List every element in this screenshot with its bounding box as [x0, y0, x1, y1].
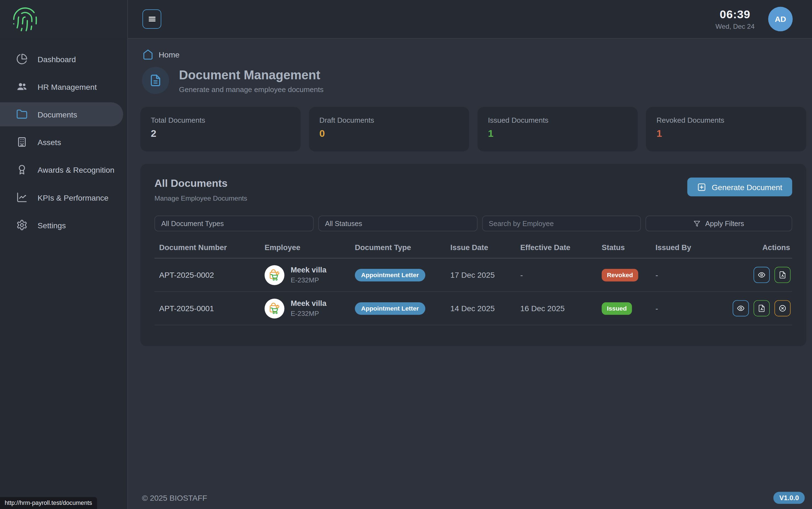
table-header-row: Document Number Employee Document Type I… — [154, 243, 792, 258]
topbar: 06:39 Wed, Dec 24 AD — [128, 0, 812, 39]
effective-date: - — [516, 271, 597, 279]
sidebar-item-settings[interactable]: Settings — [0, 213, 127, 237]
sidebar-item-kpis[interactable]: KPIs & Performance — [0, 185, 127, 209]
stats-row: Total Documents 2 Draft Documents 0 Issu… — [140, 107, 806, 151]
page-content: Home Document Management Generate and ma… — [128, 39, 812, 509]
col-header-document-type: Document Type — [350, 243, 446, 251]
pdf-file-icon — [779, 271, 786, 279]
download-pdf-button[interactable] — [753, 300, 770, 316]
app-window: Dashboard HR Management Documents Assets — [0, 0, 812, 509]
sidebar-item-assets[interactable]: Assets — [0, 130, 127, 154]
clock-date: Wed, Dec 24 — [715, 22, 755, 30]
issued-by: - — [651, 271, 726, 279]
document-page-icon — [142, 67, 169, 94]
generate-document-button[interactable]: Generate Document — [687, 177, 792, 196]
employee-info: Meek villa E-232MP — [291, 299, 326, 317]
employee-id: E-232MP — [291, 276, 326, 284]
col-header-actions: Actions — [726, 243, 792, 251]
sidebar-item-dashboard[interactable]: Dashboard — [0, 47, 127, 71]
revoke-document-button[interactable] — [774, 300, 791, 316]
sidebar-item-hr-management[interactable]: HR Management — [0, 75, 127, 99]
stat-label: Draft Documents — [319, 116, 458, 124]
link-preview-status-bar: http://hrm-payroll.test/documents — [0, 497, 97, 509]
stat-value: 1 — [488, 128, 627, 140]
topbar-right: 06:39 Wed, Dec 24 AD — [715, 7, 793, 32]
stat-value: 0 — [319, 128, 458, 140]
sidebar-item-label: Awards & Recognition — [38, 165, 114, 174]
actions-cell — [726, 300, 792, 316]
employee-avatar-cart-icon — [265, 265, 285, 285]
filters-row: All Document Types All Statuses Apply Fi… — [154, 215, 792, 231]
main-column: 06:39 Wed, Dec 24 AD Home Document Manag… — [128, 0, 812, 509]
stat-label: Issued Documents — [488, 116, 627, 124]
fingerprint-logo-icon — [11, 5, 39, 33]
document-number: APT-2025-0002 — [154, 271, 260, 279]
sidebar-item-label: Dashboard — [38, 55, 76, 63]
apply-filters-button[interactable]: Apply Filters — [646, 215, 792, 231]
sidebar-item-label: Documents — [38, 110, 77, 119]
document-number: APT-2025-0001 — [154, 304, 260, 313]
panel-header-text: All Documents Manage Employee Documents — [154, 177, 247, 202]
employee-name: Meek villa — [291, 299, 326, 308]
actions-cell — [726, 267, 792, 283]
sidebar-item-documents[interactable]: Documents — [0, 102, 123, 126]
view-document-button[interactable] — [733, 300, 749, 316]
line-chart-icon — [16, 192, 28, 203]
employee-info: Meek villa E-232MP — [291, 266, 326, 284]
employee-cell: Meek villa E-232MP — [260, 265, 350, 285]
status-cell: Revoked — [597, 269, 651, 281]
sidebar-toggle-button[interactable] — [143, 9, 161, 29]
all-documents-panel: All Documents Manage Employee Documents … — [140, 164, 806, 346]
stat-card-revoked: Revoked Documents 1 — [646, 107, 806, 151]
table-row: APT-2025-0001 Meek villa E-232MP Appoint… — [154, 292, 792, 325]
status-badge: Revoked — [602, 269, 638, 281]
page-header: Document Management Generate and manage … — [140, 67, 806, 94]
employee-avatar-cart-icon — [265, 299, 285, 318]
filter-funnel-icon — [694, 220, 701, 227]
col-header-employee: Employee — [260, 243, 350, 251]
clock-time: 06:39 — [715, 8, 755, 21]
col-header-document-number: Document Number — [154, 243, 260, 251]
sidebar-item-label: HR Management — [38, 82, 97, 91]
clock: 06:39 Wed, Dec 24 — [715, 8, 755, 30]
document-type-select[interactable]: All Document Types — [154, 215, 313, 231]
document-type-cell: Appointment Letter — [350, 302, 446, 314]
hamburger-icon — [147, 15, 156, 24]
employee-search-input[interactable] — [482, 215, 641, 231]
table-row: APT-2025-0002 Meek villa E-232MP Appoint… — [154, 258, 792, 292]
user-avatar[interactable]: AD — [768, 7, 793, 32]
effective-date: 16 Dec 2025 — [516, 304, 597, 313]
breadcrumb-home[interactable]: Home — [158, 50, 180, 59]
sidebar-item-label: KPIs & Performance — [38, 193, 109, 202]
version-badge: V1.0.0 — [774, 492, 805, 504]
panel-header: All Documents Manage Employee Documents … — [154, 177, 792, 202]
sidebar-item-label: Settings — [38, 220, 66, 229]
footer: © 2025 BIOSTAFF V1.0.0 — [140, 492, 806, 509]
stat-card-total: Total Documents 2 — [140, 107, 300, 151]
breadcrumb: Home — [140, 49, 806, 60]
logo-area — [0, 0, 127, 39]
col-header-status: Status — [597, 243, 651, 251]
plus-square-icon — [697, 182, 706, 191]
pie-chart-icon — [16, 53, 28, 65]
x-circle-icon — [779, 305, 786, 312]
view-document-button[interactable] — [753, 267, 770, 283]
users-icon — [16, 81, 28, 93]
status-select[interactable]: All Statuses — [318, 215, 477, 231]
sidebar-item-awards[interactable]: Awards & Recognition — [0, 158, 127, 182]
document-type-badge: Appointment Letter — [355, 302, 425, 314]
folder-icon — [16, 109, 28, 120]
generate-document-label: Generate Document — [712, 182, 782, 191]
eye-icon — [737, 305, 745, 312]
stat-label: Revoked Documents — [657, 116, 796, 124]
issue-date: 17 Dec 2025 — [446, 271, 516, 279]
col-header-effective-date: Effective Date — [516, 243, 597, 251]
apply-filters-label: Apply Filters — [705, 220, 744, 228]
award-icon — [16, 164, 28, 175]
download-pdf-button[interactable] — [774, 267, 791, 283]
stat-label: Total Documents — [151, 116, 290, 124]
sidebar: Dashboard HR Management Documents Assets — [0, 0, 128, 509]
panel-title: All Documents — [154, 177, 247, 189]
stat-value: 2 — [151, 128, 290, 140]
status-cell: Issued — [597, 302, 651, 314]
